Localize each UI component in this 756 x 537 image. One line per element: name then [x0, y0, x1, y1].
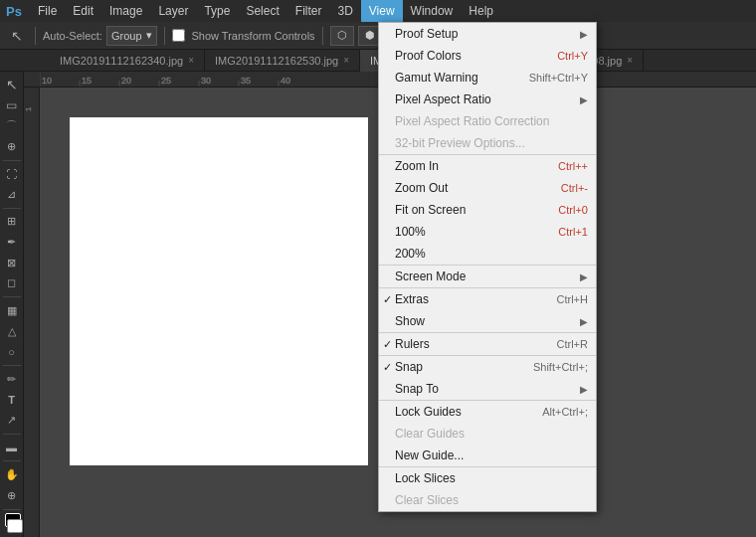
- menu-file[interactable]: File: [30, 0, 65, 22]
- dropdown-arrow-icon: ▾: [146, 29, 152, 42]
- tool-pen[interactable]: ✏: [1, 370, 23, 389]
- tool-eyedropper[interactable]: ⊿: [1, 185, 23, 204]
- zoom-out-label: Zoom Out: [395, 181, 561, 195]
- tool-blur[interactable]: △: [1, 322, 23, 341]
- gamut-warning-shortcut: Shift+Ctrl+Y: [529, 72, 588, 84]
- dropdown-32bit-preview[interactable]: 32-bit Preview Options...: [379, 132, 596, 154]
- svg-text:25: 25: [161, 76, 171, 86]
- rulers-label: Rulers: [395, 337, 557, 351]
- menu-window[interactable]: Window: [403, 0, 462, 22]
- tool-hand[interactable]: ✋: [1, 465, 23, 484]
- menu-filter[interactable]: Filter: [287, 0, 330, 22]
- view-dropdown-menu: Proof Setup ▶ Proof Colors Ctrl+Y Gamut …: [378, 22, 597, 512]
- menu-edit[interactable]: Edit: [65, 0, 101, 22]
- menu-type[interactable]: Type: [196, 0, 238, 22]
- show-transform-checkbox[interactable]: [172, 29, 185, 42]
- tool-shape[interactable]: ▬: [1, 439, 23, 457]
- dropdown-snap-to[interactable]: Snap To ▶: [379, 378, 596, 400]
- fit-screen-label: Fit on Screen: [395, 203, 558, 217]
- dropdown-pixel-aspect-ratio[interactable]: Pixel Aspect Ratio ▶: [379, 89, 596, 110]
- tab-1[interactable]: IMG20191112162340.jpg ×: [50, 50, 205, 72]
- pixel-aspect-correction-label: Pixel Aspect Ratio Correction: [395, 114, 588, 128]
- tool-move[interactable]: ↖: [1, 76, 23, 94]
- tool-rect-select[interactable]: ▭: [1, 96, 23, 115]
- tool-text[interactable]: T: [1, 391, 23, 410]
- dropdown-pixel-aspect-correction[interactable]: Pixel Aspect Ratio Correction: [379, 110, 596, 132]
- tool-path-select[interactable]: ↗: [1, 411, 23, 430]
- screen-mode-label: Screen Mode: [395, 269, 580, 283]
- tool-crop[interactable]: ⛶: [1, 164, 23, 183]
- menu-view[interactable]: View: [361, 0, 403, 22]
- dropdown-screen-mode[interactable]: Screen Mode ▶: [379, 266, 596, 287]
- rulers-shortcut: Ctrl+R: [557, 338, 588, 350]
- tool-sep-7: [3, 509, 21, 510]
- tab-4-close[interactable]: ×: [627, 55, 633, 66]
- tool-quick-select[interactable]: ⊕: [1, 137, 23, 156]
- menu-layer[interactable]: Layer: [150, 0, 196, 22]
- tool-bg-color[interactable]: [7, 519, 23, 533]
- tool-patch[interactable]: ⊞: [1, 213, 23, 232]
- svg-text:20: 20: [121, 76, 131, 86]
- left-toolbar: ↖ ▭ ⌒ ⊕ ⛶ ⊿ ⊞ ✒ ⊠ ◻ ▦ △ ○ ✏ T ↗ ▬ ✋ ⊕: [0, 72, 24, 537]
- svg-text:1: 1: [24, 106, 33, 111]
- dropdown-100pct[interactable]: 100% Ctrl+1: [379, 221, 596, 243]
- tool-sep-1: [3, 160, 21, 161]
- dropdown-lock-slices[interactable]: Lock Slices: [379, 467, 596, 489]
- dropdown-snap[interactable]: Snap Shift+Ctrl+;: [379, 356, 596, 378]
- proof-setup-label: Proof Setup: [395, 27, 580, 41]
- dropdown-extras[interactable]: Extras Ctrl+H: [379, 288, 596, 310]
- dropdown-clear-guides[interactable]: Clear Guides: [379, 423, 596, 445]
- svg-text:40: 40: [281, 76, 290, 86]
- dropdown-zoom-out[interactable]: Zoom Out Ctrl+-: [379, 177, 596, 199]
- tool-dodge[interactable]: ○: [1, 342, 23, 361]
- tool-zoom[interactable]: ⊕: [1, 486, 23, 505]
- tool-sep-5: [3, 434, 21, 435]
- dropdown-clear-slices[interactable]: Clear Slices: [379, 489, 596, 511]
- tool-clone[interactable]: ⊠: [1, 254, 23, 272]
- gamut-warning-label: Gamut Warning: [395, 71, 529, 85]
- dropdown-lock-guides[interactable]: Lock Guides Alt+Ctrl+;: [379, 401, 596, 423]
- proof-colors-label: Proof Colors: [395, 49, 557, 63]
- tool-brush[interactable]: ✒: [1, 233, 23, 252]
- 100pct-label: 100%: [395, 225, 558, 239]
- dropdown-proof-setup[interactable]: Proof Setup ▶: [379, 23, 596, 45]
- show-transform-label: Show Transform Controls: [192, 30, 315, 42]
- 200pct-label: 200%: [395, 247, 588, 261]
- proof-colors-shortcut: Ctrl+Y: [557, 50, 588, 62]
- align-btn-1[interactable]: ⬡: [330, 26, 354, 46]
- menu-select[interactable]: Select: [238, 0, 286, 22]
- pixel-aspect-ratio-arrow: ▶: [580, 94, 588, 105]
- tool-sep-6: [3, 460, 21, 461]
- move-tool-btn[interactable]: ↖: [6, 25, 28, 47]
- tab-1-close[interactable]: ×: [188, 55, 194, 66]
- dropdown-new-guide[interactable]: New Guide...: [379, 445, 596, 466]
- dropdown-show[interactable]: Show ▶: [379, 310, 596, 332]
- svg-text:15: 15: [82, 76, 92, 86]
- toolbar-sep-2: [164, 27, 165, 45]
- menu-3d[interactable]: 3D: [329, 0, 360, 22]
- tab-2-close[interactable]: ×: [343, 55, 349, 66]
- dropdown-fit-screen[interactable]: Fit on Screen Ctrl+0: [379, 199, 596, 221]
- dropdown-section-proof: Proof Setup ▶ Proof Colors Ctrl+Y Gamut …: [379, 23, 596, 155]
- dropdown-zoom-in[interactable]: Zoom In Ctrl++: [379, 155, 596, 177]
- tool-lasso[interactable]: ⌒: [1, 116, 23, 135]
- menu-help[interactable]: Help: [461, 0, 501, 22]
- tab-2[interactable]: IMG20191112162530.jpg ×: [205, 50, 360, 72]
- group-dropdown[interactable]: Group ▾: [106, 26, 157, 46]
- svg-text:10: 10: [42, 76, 52, 86]
- dropdown-section-snap: Snap Shift+Ctrl+; Snap To ▶: [379, 356, 596, 401]
- dropdown-section-rulers: Rulers Ctrl+R: [379, 333, 596, 356]
- snap-shortcut: Shift+Ctrl+;: [533, 361, 588, 373]
- tool-sep-4: [3, 365, 21, 366]
- tab-1-label: IMG20191112162340.jpg: [60, 55, 183, 67]
- dropdown-rulers[interactable]: Rulers Ctrl+R: [379, 333, 596, 355]
- menu-image[interactable]: Image: [101, 0, 150, 22]
- tool-gradient[interactable]: ▦: [1, 301, 23, 320]
- dropdown-200pct[interactable]: 200%: [379, 243, 596, 265]
- clear-guides-label: Clear Guides: [395, 427, 588, 441]
- dropdown-gamut-warning[interactable]: Gamut Warning Shift+Ctrl+Y: [379, 67, 596, 89]
- lock-slices-label: Lock Slices: [395, 471, 588, 485]
- dropdown-proof-colors[interactable]: Proof Colors Ctrl+Y: [379, 45, 596, 67]
- tool-eraser[interactable]: ◻: [1, 274, 23, 293]
- app-icon: Ps: [4, 1, 24, 21]
